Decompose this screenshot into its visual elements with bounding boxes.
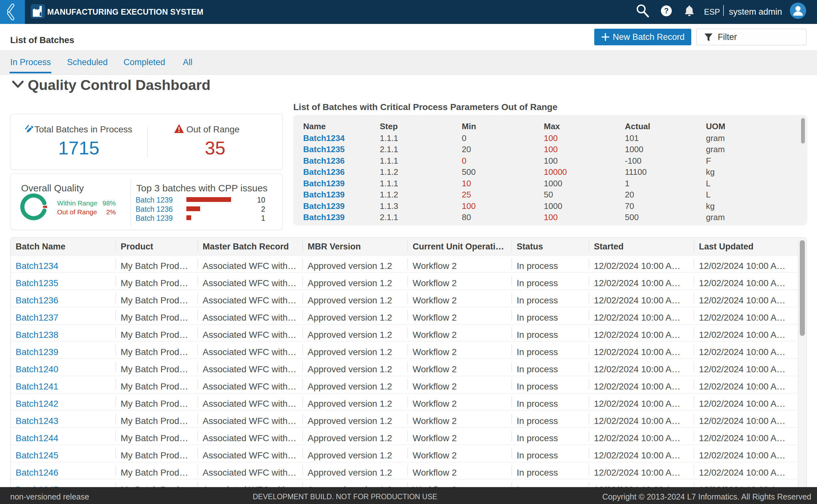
svg-text:?: ? [664,7,669,15]
